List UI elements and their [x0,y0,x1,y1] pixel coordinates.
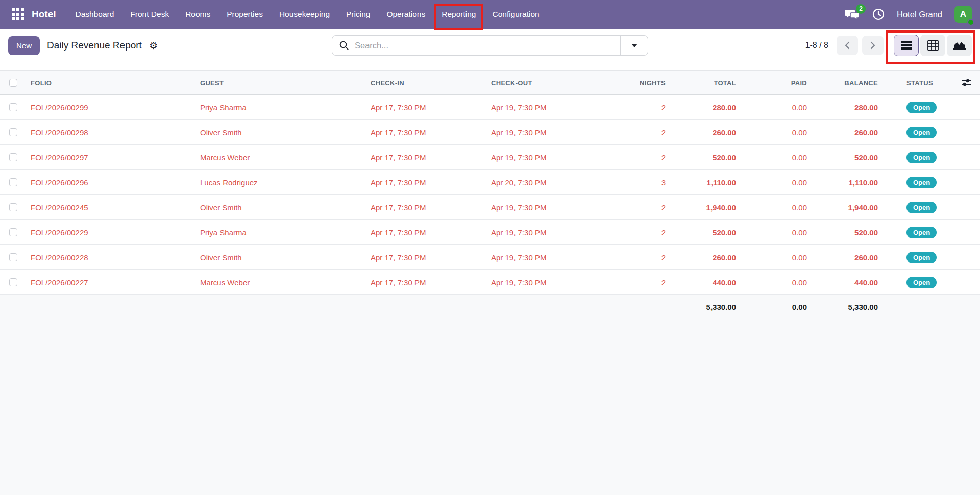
column-header-total[interactable]: TOTAL [670,71,740,95]
list-view-icon [901,41,912,50]
view-switch-graph-button[interactable] [947,35,972,56]
paid-cell: 0.00 [740,245,811,270]
row-checkbox[interactable] [9,153,17,161]
search-dropdown-toggle[interactable] [620,36,648,55]
nav-item-dashboard[interactable]: Dashboard [76,0,114,29]
row-checkbox[interactable] [9,103,17,111]
totals-balance: 5,330.00 [811,295,882,319]
column-header-folio[interactable]: FOLIO [24,71,194,95]
pager-next-button[interactable] [862,36,884,55]
company-name[interactable]: Hotel Grand [897,10,942,19]
column-header-checkin[interactable]: CHECK-IN [364,71,485,95]
chevron-down-icon [631,44,638,47]
checkin-cell: Apr 17, 7:30 PM [364,270,485,295]
checkin-cell: Apr 17, 7:30 PM [364,245,485,270]
checkout-cell: Apr 19, 7:30 PM [485,120,583,145]
balance-cell: 520.00 [811,220,882,245]
pager-area: 1-8 / 8 [648,35,972,56]
checkout-cell: Apr 20, 7:30 PM [485,170,583,195]
table-row[interactable]: FOL/2026/00298 Oliver Smith Apr 17, 7:30… [0,120,980,145]
status-badge: Open [906,252,937,263]
page-title: Daily Revenue Report [47,40,142,51]
row-checkbox[interactable] [9,203,17,211]
nav-item-rooms[interactable]: Rooms [185,0,210,29]
pager-previous-button[interactable] [837,36,858,55]
column-header-paid[interactable]: PAID [740,71,811,95]
nav-item-housekeeping[interactable]: Housekeeping [279,0,330,29]
folio-cell: FOL/2026/00228 [24,245,194,270]
search-icon [339,41,349,50]
nav-menu: Dashboard Front Desk Rooms Properties Ho… [76,0,540,29]
status-badge: Open [906,277,937,288]
table-row[interactable]: FOL/2026/00228 Oliver Smith Apr 17, 7:30… [0,245,980,270]
paid-cell: 0.00 [740,270,811,295]
balance-cell: 260.00 [811,120,882,145]
status-badge: Open [906,152,937,163]
status-badge: Open [906,102,937,113]
row-checkbox[interactable] [9,253,17,261]
table-row[interactable]: FOL/2026/00299 Priya Sharma Apr 17, 7:30… [0,95,980,120]
status-badge: Open [906,127,937,138]
column-header-checkout[interactable]: CHECK-OUT [485,71,583,95]
apps-grid-icon[interactable] [8,5,28,24]
optional-columns-icon[interactable] [960,78,974,87]
paid-cell: 0.00 [740,220,811,245]
column-header-guest[interactable]: GUEST [194,71,364,95]
table-row[interactable]: FOL/2026/00229 Priya Sharma Apr 17, 7:30… [0,220,980,245]
table-body: FOL/2026/00299 Priya Sharma Apr 17, 7:30… [0,95,980,295]
folio-cell: FOL/2026/00227 [24,270,194,295]
view-switch-list-button[interactable] [894,35,919,56]
row-checkbox[interactable] [9,228,17,236]
column-header-balance[interactable]: BALANCE [811,71,882,95]
total-cell: 260.00 [670,120,740,145]
activities-clock-icon[interactable] [872,8,885,20]
search-box [332,35,648,56]
folio-cell: FOL/2026/00245 [24,195,194,220]
row-checkbox[interactable] [9,278,17,286]
nav-item-properties[interactable]: Properties [227,0,263,29]
user-avatar[interactable]: A [954,6,972,23]
total-cell: 260.00 [670,245,740,270]
table-row[interactable]: FOL/2026/00227 Marcus Weber Apr 17, 7:30… [0,270,980,295]
checkout-cell: Apr 19, 7:30 PM [485,245,583,270]
status-badge: Open [906,177,937,188]
checkout-cell: Apr 19, 7:30 PM [485,145,583,170]
control-panel-spacer [0,62,980,70]
nav-item-pricing[interactable]: Pricing [346,0,370,29]
paid-cell: 0.00 [740,145,811,170]
view-switch-pivot-button[interactable] [920,35,945,56]
app-brand[interactable]: Hotel [32,9,56,20]
checkin-cell: Apr 17, 7:30 PM [364,220,485,245]
total-cell: 280.00 [670,95,740,120]
messages-icon[interactable]: 2 [845,8,860,21]
graph-view-icon [953,40,966,51]
balance-cell: 440.00 [811,270,882,295]
total-cell: 520.00 [670,220,740,245]
table-row[interactable]: FOL/2026/00297 Marcus Weber Apr 17, 7:30… [0,145,980,170]
table-header-row: FOLIO GUEST CHECK-IN CHECK-OUT NIGHTS TO… [0,71,980,95]
nav-item-reporting[interactable]: Reporting [442,0,476,29]
nights-cell: 2 [583,195,670,220]
paid-cell: 0.00 [740,170,811,195]
column-header-status[interactable]: STATUS [882,71,953,95]
select-all-checkbox[interactable] [9,79,17,87]
folio-cell: FOL/2026/00297 [24,145,194,170]
total-cell: 520.00 [670,145,740,170]
nav-item-front-desk[interactable]: Front Desk [130,0,169,29]
nights-cell: 2 [583,245,670,270]
row-checkbox[interactable] [9,128,17,136]
table-row[interactable]: FOL/2026/00245 Oliver Smith Apr 17, 7:30… [0,195,980,220]
nav-item-operations[interactable]: Operations [386,0,425,29]
view-switcher [894,35,972,56]
row-checkbox[interactable] [9,178,17,186]
top-navbar: Hotel Dashboard Front Desk Rooms Propert… [0,0,980,29]
folio-cell: FOL/2026/00229 [24,220,194,245]
new-button[interactable]: New [8,36,40,55]
search-input[interactable] [354,40,620,51]
nav-item-configuration[interactable]: Configuration [492,0,539,29]
guest-cell: Priya Sharma [194,95,364,120]
guest-cell: Marcus Weber [194,270,364,295]
table-row[interactable]: FOL/2026/00296 Lucas Rodriguez Apr 17, 7… [0,170,980,195]
column-header-nights[interactable]: NIGHTS [583,71,670,95]
action-gear-icon[interactable]: ⚙ [149,41,158,51]
